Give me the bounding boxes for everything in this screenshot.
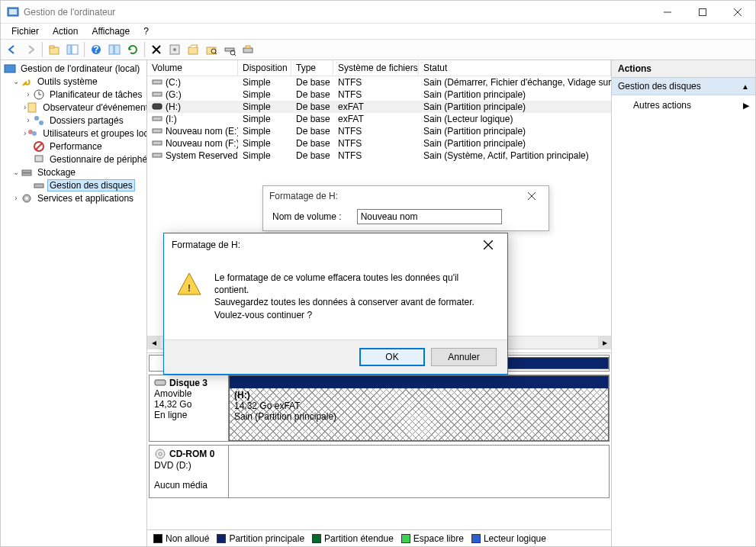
col-status[interactable]: Statut <box>419 60 611 76</box>
tree-event-viewer[interactable]: › Observateur d'événements <box>1 101 146 114</box>
open-button[interactable] <box>185 41 201 58</box>
tree-task-scheduler[interactable]: › Planificateur de tâches <box>1 88 146 101</box>
svg-rect-47 <box>153 117 162 121</box>
volume-name: (G:) <box>166 89 182 100</box>
volume-row[interactable]: (G:)SimpleDe baseNTFSSain (Partition pri… <box>147 88 611 101</box>
volume-fs: exFAT <box>333 101 419 112</box>
share-icon <box>33 114 45 127</box>
twisty-open-icon[interactable]: ⌄ <box>11 77 21 85</box>
disk-row[interactable]: Disque 3 Amovible 14,32 Go En ligne (H:)… <box>149 375 610 442</box>
cancel-button[interactable]: Annuler <box>431 348 497 366</box>
tree-storage[interactable]: ⌄ Stockage <box>1 166 146 179</box>
col-filesystem[interactable]: Système de fichiers <box>333 60 419 76</box>
actions-section-title[interactable]: Gestion des disques ▲ <box>612 78 755 95</box>
scroll-left-button[interactable]: ◂ <box>147 336 160 349</box>
rescan-button[interactable] <box>221 41 238 58</box>
help-button[interactable]: ? <box>88 41 105 58</box>
volume-fs: NTFS <box>333 126 419 137</box>
tree-system-tools[interactable]: ⌄ Outils système <box>1 75 146 88</box>
action-more[interactable]: Autres actions ▶ <box>612 95 755 115</box>
volume-row[interactable]: System ReservedSimpleDe baseNTFSSain (Sy… <box>147 150 611 162</box>
maximize-button[interactable] <box>685 1 720 24</box>
close-button[interactable] <box>720 1 755 24</box>
svg-rect-3 <box>700 8 706 15</box>
col-layout[interactable]: Disposition <box>238 60 291 76</box>
svg-rect-25 <box>243 48 253 53</box>
volume-row[interactable]: (C:)SimpleDe baseNTFSSain (Démarrer, Fic… <box>147 76 611 88</box>
col-volume[interactable]: Volume <box>147 60 238 76</box>
scroll-right-button[interactable]: ▸ <box>598 336 611 349</box>
menu-help[interactable]: ? <box>137 24 155 38</box>
svg-rect-13 <box>114 45 120 54</box>
volume-row[interactable]: Nouveau nom (F:)SimpleDe baseNTFSSain (P… <box>147 137 611 150</box>
col-type[interactable]: Type <box>291 60 333 76</box>
volume-row[interactable]: Nouveau nom (E:)SimpleDe baseNTFSSain (P… <box>147 125 611 137</box>
close-icon[interactable] <box>521 188 542 204</box>
properties-button[interactable] <box>106 41 123 58</box>
legend-free: Espace libre <box>401 533 464 544</box>
volume-layout: Simple <box>238 77 291 88</box>
tree-shared-folders[interactable]: › Dossiers partagés <box>1 114 146 127</box>
menu-action[interactable]: Action <box>47 24 84 38</box>
menu-file[interactable]: Fichier <box>5 24 45 38</box>
menu-view[interactable]: Affichage <box>85 24 136 38</box>
volume-row[interactable]: (H:)SimpleDe baseexFATSain (Partition pr… <box>147 101 611 113</box>
tree-root[interactable]: Gestion de l'ordinateur (local) <box>1 62 146 75</box>
tree-performance[interactable]: Performance <box>1 140 146 153</box>
volume-status: Sain (Partition principale) <box>419 138 611 149</box>
explore-button[interactable] <box>203 41 220 58</box>
svg-point-32 <box>34 116 39 121</box>
forward-button[interactable] <box>22 41 39 58</box>
window-title: Gestion de l'ordinateur <box>24 7 115 18</box>
twisty-closed-icon[interactable]: › <box>24 90 33 98</box>
twisty-open-icon[interactable]: ⌄ <box>11 168 21 176</box>
close-icon[interactable] <box>477 234 500 256</box>
legend-logical: Lecteur logique <box>471 533 546 544</box>
disk-state: En ligne <box>154 410 224 420</box>
disk-state: Aucun média <box>154 480 224 491</box>
volume-status: Sain (Système, Actif, Partition principa… <box>419 150 611 161</box>
volume-type: De base <box>291 138 333 149</box>
log-icon <box>26 101 38 114</box>
twisty-closed-icon[interactable]: › <box>11 194 21 202</box>
format-dialog-titlebar[interactable]: Formatage de H: <box>263 186 549 206</box>
svg-rect-46 <box>153 104 162 109</box>
volume-row[interactable]: (I:)SimpleDe baseexFATSain (Lecteur logi… <box>147 113 611 125</box>
up-button[interactable] <box>46 41 63 58</box>
settings-button[interactable] <box>166 41 183 58</box>
tree-disk-management[interactable]: Gestion des disques <box>1 179 146 191</box>
confirm-format-dialog: Formatage de H: ! Le formatage de ce vol… <box>163 233 508 375</box>
volume-layout: Simple <box>238 150 291 161</box>
ok-button[interactable]: OK <box>359 348 425 366</box>
actions-pane: Actions Gestion des disques ▲ Autres act… <box>612 60 755 546</box>
tools-icon <box>21 76 33 88</box>
tree-device-manager[interactable]: Gestionnaire de périphériques <box>1 153 146 166</box>
tree-users-groups[interactable]: › Utilisateurs et groupes locaux <box>1 127 146 140</box>
delete-button[interactable] <box>148 41 165 58</box>
volume-name-input[interactable] <box>357 209 502 224</box>
tree-services-apps[interactable]: › Services et applications <box>1 191 146 204</box>
disk-row[interactable]: CD-ROM 0 DVD (D:) Aucun média <box>149 445 610 498</box>
refresh-button[interactable] <box>124 41 141 58</box>
collapse-icon[interactable]: ▲ <box>742 82 749 91</box>
twisty-closed-icon[interactable]: › <box>24 116 33 124</box>
volume-icon <box>152 115 162 123</box>
volume-fs: NTFS <box>333 138 419 149</box>
disk-partitions <box>229 446 609 497</box>
partition-box[interactable]: (H:) 14,32 Go exFAT Sain (Partition prin… <box>229 375 609 441</box>
show-hide-tree-button[interactable] <box>64 41 81 58</box>
format-dialog-title: Formatage de H: <box>269 191 338 201</box>
disk-name: Disque 3 <box>169 378 207 388</box>
toolbar-separator <box>144 42 145 57</box>
minimize-button[interactable] <box>650 1 685 24</box>
volume-fs: NTFS <box>333 77 419 88</box>
navigation-tree[interactable]: Gestion de l'ordinateur (local) ⌄ Outils… <box>1 60 147 546</box>
confirm-dialog-titlebar[interactable]: Formatage de H: <box>164 233 507 256</box>
actions-section-label: Gestion des disques <box>618 81 701 92</box>
back-button[interactable] <box>4 41 21 58</box>
attach-button[interactable] <box>240 41 256 58</box>
volume-name: (H:) <box>166 101 181 112</box>
legend-primary: Partition principale <box>217 533 304 544</box>
disk-type: DVD (D:) <box>154 460 224 471</box>
clock-icon <box>33 88 45 101</box>
